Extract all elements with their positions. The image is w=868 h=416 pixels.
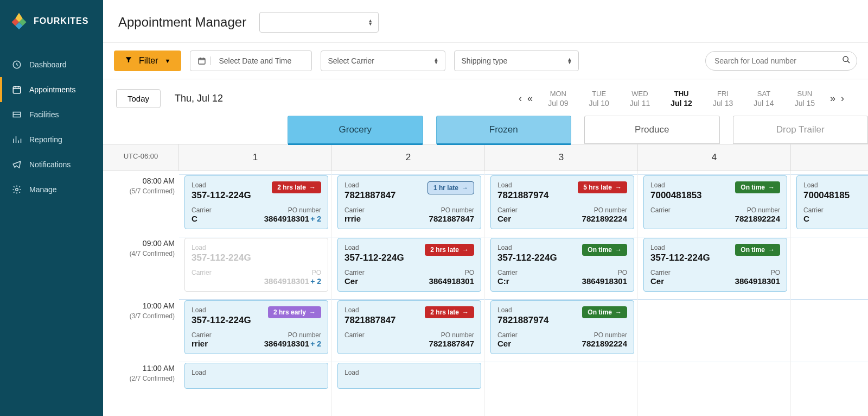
schedule-cell: Load78218879745 hrs late →CarrierCerPO n… [485,171,638,234]
load-id: 7821887847 [344,190,396,201]
po-value: 3864918301 [412,276,475,286]
sidebar: FOURKITES DashboardAppointmentsFacilitie… [0,0,103,416]
status-badge: On time → [582,244,627,256]
tab-produce[interactable]: Produce [584,116,720,144]
load-card[interactable]: Load7000481853On time →CarrierPO number7… [643,175,787,229]
carrier-label: Carrier [192,269,254,276]
load-id: 357-112-224G [497,253,557,263]
manage-icon [12,185,22,194]
date-num: Jul 11 [630,99,650,108]
schedule-cell: Load357-112-224G2 hrs early →Carrierrrie… [179,296,332,358]
date-num: Jul 12 [671,99,692,108]
nav-label: Manage [29,185,57,194]
load-card[interactable]: Load [184,363,328,389]
carrier-label: Carrier [344,206,407,214]
date-jul-11[interactable]: WEDJul 11 [630,90,650,108]
facility-select[interactable]: ▲▼ [259,12,379,33]
sidebar-item-notifications[interactable]: Notifications [0,152,103,177]
tab-drop-trailer[interactable]: Drop Trailer [733,116,869,144]
carrier-select[interactable]: Select Carrier ▲▼ [321,51,445,71]
sidebar-item-reporting[interactable]: Reporting [0,127,103,152]
load-card[interactable]: Load7821887974On time →CarrierCerPO numb… [490,300,634,354]
today-button[interactable]: Today [116,89,161,108]
load-card[interactable]: Load78218878472 hrs late →CarrierPO numb… [337,300,481,354]
carrier-value: rrrie [344,214,407,223]
carrier-value: rrier [192,339,254,348]
status-badge: 1 hr late → [427,181,474,194]
load-card[interactable]: Load78218879745 hrs late →CarrierCerPO n… [490,175,634,229]
load-card[interactable]: Load357-112-224G2 hrs early →Carrierrrie… [184,300,328,354]
date-list: MONJul 09TUEJul 10WEDJul 11THUJul 12FRIJ… [548,90,815,108]
date-jul-13[interactable]: FRIJul 13 [713,90,733,108]
arrow-right-icon: → [615,184,622,191]
load-label: Load [344,369,359,376]
status-badge: On time → [582,306,627,318]
load-card[interactable]: Load357-112-224GOn time →CarrierC:rPO386… [490,238,634,292]
schedule-cell [638,296,791,358]
load-label: Load [344,244,404,251]
facilities-icon [12,110,22,119]
time-hour: 11:00 AM [103,364,175,373]
date-jul-15[interactable]: SUNJul 15 [795,90,815,108]
status-badge: On time → [735,181,780,193]
load-card[interactable]: Load700048185CarrierC [796,175,868,229]
po-label: PO number [718,206,781,214]
sidebar-item-dashboard[interactable]: Dashboard [0,52,103,77]
sidebar-item-manage[interactable]: Manage [0,177,103,202]
date-jul-10[interactable]: TUEJul 10 [589,90,609,108]
time-label: 10:00 AM(3/7 Confirmed) [103,296,179,358]
tab-grocery[interactable]: Grocery [288,116,423,144]
schedule-cell: Load7821887974On time →CarrierCerPO numb… [485,296,638,358]
prev-arrows[interactable]: ‹« [519,93,533,104]
sidebar-nav: DashboardAppointmentsFacilitiesReporting… [0,52,103,202]
search-input[interactable] [705,51,857,71]
sidebar-item-facilities[interactable]: Facilities [0,102,103,127]
date-jul-09[interactable]: MONJul 09 [548,90,568,108]
carrier-value: Cer [497,339,560,348]
date-select-label: Select Date and Time [219,56,305,65]
logo-icon [10,12,28,30]
svg-point-7 [16,188,18,191]
carrier-label: Carrier [497,331,560,339]
caret-updown-icon: ▲▼ [567,58,572,64]
sidebar-item-appointments[interactable]: Appointments [0,77,103,102]
column-header: 4 [638,144,791,171]
load-card[interactable]: Load [337,363,481,389]
carrier-label: Carrier [497,269,560,276]
date-jul-14[interactable]: SATJul 14 [754,90,774,108]
load-card[interactable]: Load357-112-224G2 hrs late →CarrierCerPO… [337,238,481,292]
load-id: 357-112-224G [650,253,710,263]
load-card[interactable]: Load357-112-224GOn time →CarrierCerPO386… [643,238,787,292]
schedule-cell: Load357-112-224GOn time →CarrierCerPO386… [638,234,791,296]
filter-button[interactable]: Filter ▼ [114,51,181,71]
load-id: 7821887847 [344,315,396,326]
shipping-type-select[interactable]: Shipping type ▲▼ [454,51,579,71]
po-label: PO [412,269,475,276]
po-label: PO [718,269,781,276]
schedule-cell: Load [179,358,332,416]
time-label: 08:00 AM(5/7 Confirmed) [103,171,179,234]
page-title: Appointment Manager [118,15,246,30]
load-card[interactable]: Load357-112-224G2 hrs late →CarrierCPO n… [184,175,328,229]
schedule-cell: Load7000481853On time →CarrierPO number7… [638,171,791,234]
po-label: PO number [259,331,322,339]
carrier-value: C [192,214,254,223]
load-card[interactable]: Load78218878471 hr late →CarrierrrriePO … [337,175,481,229]
po-value: 3864918301+ 2 [259,276,322,286]
column-header: 1 [179,144,332,171]
status-badge: 2 hrs late → [425,244,474,256]
date-jul-12[interactable]: THUJul 12 [671,90,692,108]
po-label: PO [259,269,322,276]
schedule-cell: Load357-112-224GCarrierPO3864918301+ 2 [179,234,332,296]
status-badge: 2 hrs late → [425,306,474,318]
status-badge: On time → [735,244,780,256]
arrow-right-icon: → [615,246,622,254]
time-confirmed: (5/7 Confirmed) [103,187,175,195]
po-value: 3864918301 [565,276,628,286]
next-arrows[interactable]: »› [830,93,844,104]
po-label: PO number [565,206,628,214]
tab-frozen[interactable]: Frozen [436,116,572,144]
date-time-select[interactable]: Select Date and Time [190,51,312,71]
load-card[interactable]: Load357-112-224GCarrierPO3864918301+ 2 [184,238,328,292]
schedule-cell: Load78218878472 hrs late →CarrierPO numb… [332,296,485,358]
